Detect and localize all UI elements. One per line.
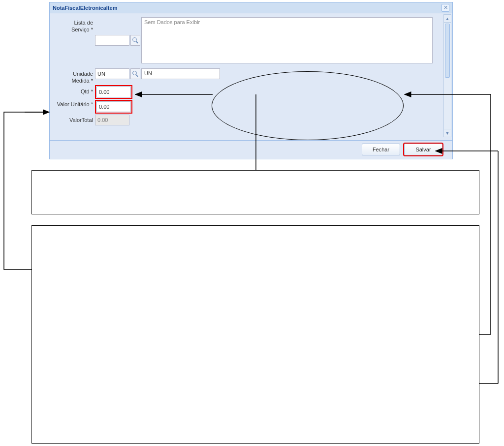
label-valor-unitario: Valor Unitário *	[55, 100, 95, 108]
lookup-lista-servico[interactable]	[130, 35, 140, 46]
scroll-thumb[interactable]	[445, 24, 450, 78]
label-unidade-medida: Unidade Medida *	[55, 68, 95, 84]
salvar-button[interactable]: Salvar	[404, 144, 442, 155]
close-icon[interactable]: ✕	[441, 4, 449, 12]
search-icon	[132, 71, 138, 77]
row-unidade-medida: Unidade Medida * UN	[55, 68, 447, 84]
input-unidade-medida[interactable]	[95, 68, 129, 79]
row-valor-unitario: Valor Unitário *	[55, 100, 447, 114]
input-lista-servico[interactable]	[95, 35, 129, 46]
lookup-unidade-medida[interactable]	[130, 68, 140, 79]
label-valor-total: ValorTotal	[55, 115, 95, 123]
search-icon	[132, 37, 138, 43]
highlight-valor-unitario	[95, 100, 132, 114]
scroll-up-icon[interactable]: ▲	[444, 15, 451, 23]
row-lista-servico: Lista de Serviço * Sem Dados para Exibir	[55, 17, 447, 63]
input-valor-unitario[interactable]	[96, 101, 131, 112]
field-wrap-unidade-medida: UN	[95, 68, 220, 79]
vertical-scrollbar[interactable]: ▲ ▼	[443, 14, 451, 137]
row-qtd: Qtd *	[55, 85, 447, 99]
fechar-button[interactable]: Fechar	[362, 144, 400, 155]
annotation-box-2	[32, 225, 479, 444]
label-qtd: Qtd *	[55, 85, 95, 95]
window-footer: Fechar Salvar	[50, 140, 452, 158]
highlight-qtd	[95, 85, 132, 99]
dialog-nota-fiscal-item: NotaFiscalEletronicaItem ✕ Lista de Serv…	[49, 2, 453, 159]
input-qtd[interactable]	[96, 87, 131, 97]
label-lista-servico: Lista de Serviço *	[55, 17, 95, 33]
window-body: Lista de Serviço * Sem Dados para Exibir…	[50, 13, 452, 140]
display-lista-servico: Sem Dados para Exibir	[141, 17, 433, 63]
input-valor-total	[95, 115, 129, 125]
row-valor-total: ValorTotal	[55, 115, 447, 125]
annotation-box-1	[32, 170, 479, 214]
window-header: NotaFiscalEletronicaItem ✕	[50, 2, 452, 13]
window-title: NotaFiscalEletronicaItem	[53, 5, 117, 11]
display-unidade-medida: UN	[141, 68, 220, 79]
scroll-down-icon[interactable]: ▼	[444, 129, 451, 137]
field-wrap-lista-servico: Sem Dados para Exibir	[95, 17, 433, 63]
